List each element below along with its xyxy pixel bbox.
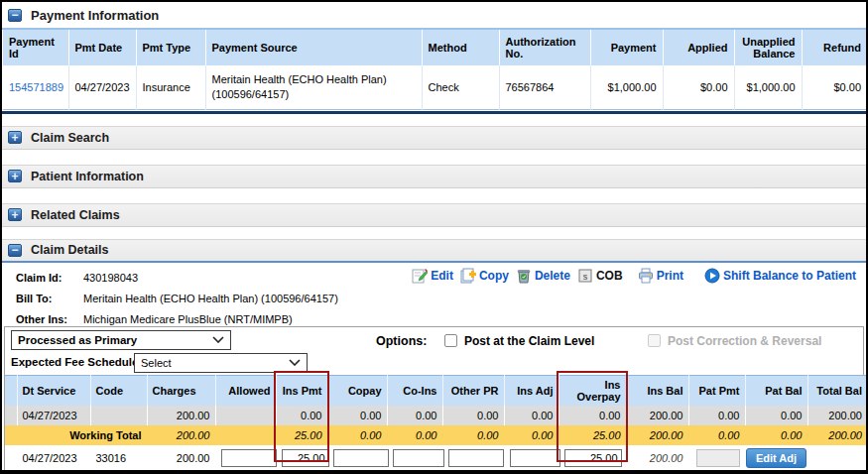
svg-text:s: s	[583, 271, 588, 281]
edit-adj-button[interactable]: Edit Adj	[746, 448, 806, 468]
wt-ins-overpay: 25.00	[558, 425, 626, 445]
bill-to-value: Meritain Health (ECHO Health Plan) (1005…	[69, 293, 338, 304]
claim-details-header[interactable]: − Claim Details	[2, 239, 866, 263]
wt-charges: 200.00	[147, 425, 215, 445]
col-total-bal: Total Bal	[807, 375, 867, 406]
other-pr-input[interactable]	[448, 449, 504, 467]
expected-fee-schedule-label: Expected Fee Schedule:	[11, 356, 142, 368]
col-ins-adj: Ins Adj	[504, 375, 558, 406]
claim-search-header[interactable]: + Claim Search	[2, 126, 866, 150]
col-method: Method	[422, 30, 499, 65]
cell-spacer	[5, 445, 17, 471]
pmt-date-value: 04/27/2023	[68, 65, 136, 109]
paid-ins-overpay: 0.00	[558, 406, 626, 425]
paid-total-bal: 200.00	[807, 406, 867, 425]
allowed-input[interactable]	[221, 449, 277, 467]
payment-id-link[interactable]: 154571889	[9, 81, 63, 93]
claim-id-label: Claim Id:	[16, 272, 69, 284]
expected-fee-schedule-dropdown[interactable]: Select	[134, 353, 308, 373]
fee-schedule-value: Select	[141, 357, 172, 369]
post-claim-level-label: Post at the Claim Level	[464, 334, 594, 348]
col-pat-bal: Pat Bal	[745, 375, 807, 406]
paid-ins-adj: 0.00	[504, 406, 558, 425]
shift-balance-label: Shift Balance to Patient	[723, 269, 856, 283]
shift-balance-to-patient-button[interactable]: Shift Balance to Patient	[704, 268, 856, 284]
delete-button[interactable]: Delete	[516, 268, 570, 284]
ins-adj-input[interactable]	[510, 449, 560, 467]
wt-ins-adj: 0.00	[504, 425, 558, 445]
other-ins-label: Other Ins:	[16, 313, 69, 325]
authorization-no-value: 76567864	[499, 65, 590, 109]
copay-input[interactable]	[333, 449, 389, 467]
pmt-type-value: Insurance	[136, 65, 205, 109]
cell-spacer	[5, 406, 17, 425]
ins-pmt-input[interactable]	[282, 449, 329, 467]
co-ins-input[interactable]	[393, 449, 444, 467]
unapplied-balance-value: $1,000.00	[734, 65, 802, 109]
print-icon	[638, 268, 654, 284]
wt-pat-pmt: 0.00	[688, 425, 745, 445]
paid-charges: 200.00	[147, 406, 215, 425]
copy-label: Copy	[479, 269, 509, 283]
chevron-down-icon	[289, 359, 301, 366]
wt-other-pr: 0.00	[442, 425, 504, 445]
payment-source-line2: (100596/64157)	[212, 88, 416, 100]
cell-spacer	[5, 425, 17, 445]
delete-icon	[516, 268, 532, 284]
edit-label: Edit	[431, 269, 453, 283]
cob-label: COB	[596, 269, 623, 283]
ins-overpay-input[interactable]	[564, 449, 622, 467]
related-claims-title: Related Claims	[31, 208, 120, 222]
claim-posting-panel: Processed as Primary Expected Fee Schedu…	[4, 326, 864, 471]
pat-pmt-input-disabled	[696, 449, 740, 467]
payment-source-value: Meritain Health (ECHO Health Plan) (1005…	[205, 65, 422, 109]
col-pmt-date: Pmt Date	[68, 30, 136, 65]
processed-as-dropdown[interactable]: Processed as Primary	[11, 330, 231, 350]
col-charges: Charges	[147, 375, 215, 406]
line-charges: 200.00	[147, 445, 215, 471]
post-correction-label: Post Correction & Reversal	[668, 334, 821, 348]
post-claim-level-checkbox[interactable]	[444, 334, 457, 347]
payment-table: Payment Id Pmt Date Pmt Type Payment Sou…	[3, 30, 867, 110]
details-header-row: Dt Service Code Charges Allowed Ins Pmt …	[5, 375, 867, 406]
expand-icon[interactable]: +	[8, 208, 22, 221]
post-correction-option: Post Correction & Reversal	[648, 334, 821, 348]
collapse-icon[interactable]: −	[8, 244, 22, 257]
col-allowed: Allowed	[215, 375, 276, 406]
payment-table-header-row: Payment Id Pmt Date Pmt Type Payment Sou…	[3, 30, 867, 65]
patient-information-title: Patient Information	[31, 170, 144, 183]
col-ins-bal: Ins Bal	[626, 375, 688, 406]
claim-search-title: Claim Search	[31, 131, 109, 145]
cob-button[interactable]: s COB	[577, 268, 623, 284]
copy-button[interactable]: Copy	[460, 268, 509, 284]
col-unapplied-balance: Unapplied Balance	[734, 30, 802, 65]
patient-information-header[interactable]: + Patient Information	[2, 165, 866, 188]
wt-ins-bal: 200.00	[626, 425, 688, 445]
payment-source-line1: Meritain Health (ECHO Health Plan)	[212, 73, 416, 85]
expand-icon[interactable]: +	[8, 131, 22, 144]
claim-actions-toolbar: Edit Copy Delete	[412, 268, 856, 284]
edit-icon	[412, 268, 428, 284]
paid-ins-bal: 200.00	[626, 406, 688, 425]
col-copay: Copay	[327, 375, 387, 406]
delete-label: Delete	[535, 269, 570, 283]
col-payment-id: Payment Id	[3, 30, 68, 65]
wt-co-ins: 0.00	[387, 425, 442, 445]
post-correction-checkbox	[648, 334, 661, 347]
col-refund: Refund	[802, 30, 867, 65]
other-ins-value: Michigan Medicare PlusBlue (NRT/MIMPB)	[69, 313, 293, 325]
wt-allowed	[215, 425, 276, 445]
line-total-bal	[807, 445, 867, 471]
edit-button[interactable]: Edit	[412, 268, 453, 284]
expand-icon[interactable]: +	[8, 170, 22, 182]
wt-ins-pmt: 25.00	[276, 425, 327, 445]
col-ins-overpay: Ins Overpay	[558, 375, 626, 406]
paid-ins-pmt: 0.00	[276, 406, 327, 425]
collapse-icon[interactable]: −	[8, 9, 22, 22]
payment-information-header[interactable]: − Payment Information	[2, 2, 866, 30]
paid-code	[90, 406, 147, 425]
claim-payment-screen: − Payment Information Payment Id Pmt Dat…	[0, 0, 868, 474]
print-button[interactable]: Print	[638, 268, 683, 284]
chevron-down-icon	[212, 336, 224, 343]
related-claims-header[interactable]: + Related Claims	[2, 203, 866, 227]
